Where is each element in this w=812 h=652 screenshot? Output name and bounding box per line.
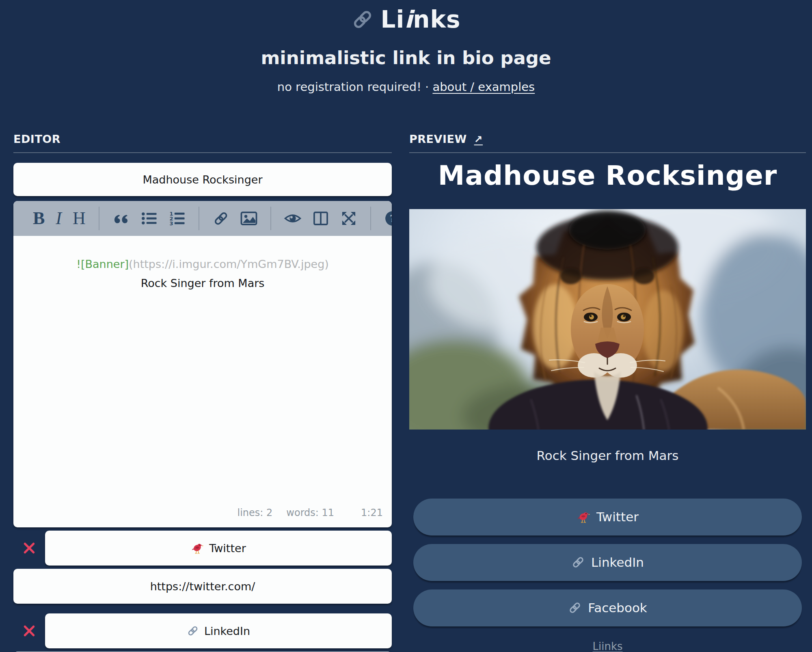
toolbar-separator [99, 207, 99, 230]
page-header: Liinks minimalistic link in bio page no … [0, 0, 812, 94]
logo: Liinks [0, 6, 812, 33]
fullscreen-button[interactable] [340, 208, 357, 229]
markdown-text-line: Rock Singer from Mars [13, 274, 392, 293]
toolbar-separator [270, 207, 271, 230]
ordered-list-button[interactable]: 1 2 3 [168, 208, 186, 229]
markdown-image-token: ![Banner] [76, 258, 129, 270]
bird-icon [577, 510, 590, 524]
toolbar-separator [370, 207, 371, 230]
chain-link-icon [351, 8, 374, 31]
editor-column: EDITOR B I H [13, 133, 392, 652]
editor-statusbar: lines: 2 words: 11 1:21 [238, 507, 383, 518]
link-row-linkedin: LinkedIn [13, 613, 392, 648]
preview-section-heading: PREVIEW ↗ [409, 133, 806, 153]
preview-button-facebook[interactable]: Facebook [413, 589, 802, 626]
quote-button[interactable] [112, 208, 130, 229]
editor-label: EDITOR [13, 133, 60, 145]
preview-footer: Liinks [409, 640, 806, 652]
editor-content[interactable]: ![Banner](https://i.imgur.com/YmGm7BV.jp… [13, 236, 392, 293]
delete-link-button[interactable] [13, 541, 45, 555]
tagline: no registration required! · about / exam… [0, 80, 812, 94]
link-row-twitter: Twitter [13, 531, 392, 566]
italic-button[interactable]: I [56, 208, 62, 229]
preview-link-buttons: Twitter LinkedIn [409, 499, 806, 626]
preview-page-title: Madhouse Rocksinger [409, 160, 806, 191]
markdown-image-line: ![Banner](https://i.imgur.com/YmGm7BV.jp… [13, 255, 392, 274]
main-content: EDITOR B I H [0, 133, 812, 652]
bird-icon [191, 542, 204, 555]
preview-button-twitter[interactable]: Twitter [413, 499, 802, 535]
status-cursor-position: 1:21 [361, 507, 383, 518]
link-name-text: LinkedIn [204, 625, 250, 637]
page-title-input[interactable] [13, 163, 392, 196]
preview-button-label: LinkedIn [591, 555, 644, 570]
liinks-footer-link[interactable]: Liinks [592, 640, 622, 652]
editor-toolbar: B I H [13, 201, 392, 236]
preview-button-label: Facebook [588, 600, 647, 615]
svg-text:3: 3 [169, 220, 173, 227]
chain-link-icon [568, 601, 582, 615]
heading-button[interactable]: H [73, 208, 86, 229]
chain-link-icon [571, 555, 585, 569]
link-url-input-twitter[interactable] [13, 569, 392, 604]
status-lines: lines: 2 [238, 507, 273, 518]
insert-link-button[interactable] [212, 208, 229, 229]
delete-link-button[interactable] [13, 624, 45, 638]
unordered-list-button[interactable] [140, 208, 158, 229]
preview-column: PREVIEW ↗ Madhouse Rocksinger [409, 133, 806, 652]
preview-button-linkedin[interactable]: LinkedIn [413, 544, 802, 581]
open-preview-link[interactable]: ↗ [474, 134, 483, 145]
insert-image-button[interactable] [240, 208, 257, 229]
tagline-text: no registration required! · [277, 80, 429, 94]
bold-button[interactable]: B [33, 208, 45, 229]
preview-label: PREVIEW [409, 133, 467, 145]
about-examples-link[interactable]: about / examples [432, 80, 535, 94]
app-subtitle: minimalistic link in bio page [0, 47, 812, 69]
help-button[interactable]: ? [384, 208, 392, 229]
side-by-side-button[interactable] [312, 208, 329, 229]
link-name-input-linkedin[interactable]: LinkedIn [45, 613, 392, 648]
chain-link-icon [187, 625, 199, 637]
link-name-input-twitter[interactable]: Twitter [45, 531, 392, 566]
markdown-image-url: (https://i.imgur.com/YmGm7BV.jpeg) [129, 258, 329, 270]
toolbar-separator [199, 207, 199, 230]
app-title: Liinks [380, 6, 460, 33]
preview-bio-text: Rock Singer from Mars [409, 448, 806, 463]
preview-toggle-button[interactable] [284, 208, 301, 229]
banner-image [409, 209, 806, 430]
status-words: words: 11 [286, 507, 334, 518]
preview-button-label: Twitter [596, 510, 639, 524]
svg-text:?: ? [390, 213, 392, 225]
link-name-text: Twitter [209, 542, 246, 555]
markdown-editor: B I H [13, 201, 392, 527]
editor-section-heading: EDITOR [13, 133, 392, 153]
